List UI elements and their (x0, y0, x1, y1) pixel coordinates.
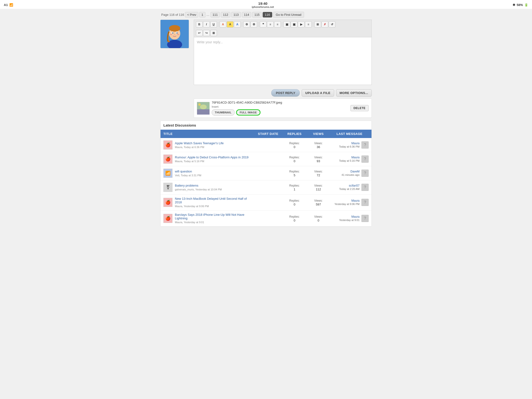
disc-views-label: Views: (314, 170, 323, 173)
disc-title-col: 🍎 Apple Watch Saves Teenager's Life Maur… (163, 140, 254, 150)
discussions-list: 🍎 Apple Watch Saves Teenager's Life Maur… (160, 138, 372, 227)
disc-text: Apple Watch Saves Teenager's Life Maura,… (175, 141, 224, 149)
toolbar-row2: ↩ ↪ ⊞ (194, 29, 372, 37)
avatar-column (160, 20, 191, 85)
remove-link-button[interactable]: ⚙ (250, 21, 257, 27)
page-116-button[interactable]: 116 (263, 12, 272, 18)
page-111-button[interactable]: 111 (210, 12, 220, 18)
remove-format-button[interactable]: ↺ (329, 21, 335, 27)
disc-replies-label: Replies: (289, 199, 299, 202)
font-color2-button[interactable]: A (234, 21, 241, 27)
svg-rect-15 (197, 109, 209, 114)
disc-replies-val: 0 (293, 159, 295, 163)
post-reply-button[interactable]: POST REPLY (271, 89, 300, 97)
disc-views-val: 72 (317, 173, 320, 177)
underline-button[interactable]: U (210, 21, 217, 27)
full-image-button[interactable]: FULL IMAGE (236, 109, 260, 115)
disc-title-link[interactable]: Apple Watch Saves Teenager's Life (175, 141, 224, 145)
disc-replies-label: Replies: (289, 142, 299, 145)
insert-table-button[interactable]: ⊞ (314, 21, 321, 27)
upload-file-button[interactable]: UPLOAD A FILE (302, 89, 334, 97)
disc-text: Rumour: Apple to Debut Cross-Platform Ap… (175, 155, 248, 163)
indent-button[interactable]: ≡ (305, 21, 312, 27)
blockquote-button[interactable]: ❝ (260, 21, 266, 27)
disc-last-user-link[interactable]: DaveM (342, 170, 360, 173)
insert-image-button[interactable]: ▣ (284, 21, 290, 27)
ordered-list-button[interactable]: ≡ (274, 21, 281, 27)
svg-point-11 (170, 34, 172, 35)
reply-text-area[interactable]: Write your reply... (194, 37, 372, 85)
status-bar: A1 📶 19:40 iphoneforums.net ✱ 58% 🔋 (0, 0, 532, 9)
disc-icon: 📶 (163, 169, 172, 178)
battery-icon: 🔋 (524, 3, 528, 7)
highlight-button[interactable]: A (227, 21, 234, 27)
disc-title-col: 📶 wifi question Vett, Today at 3:31 PM (163, 169, 254, 178)
disc-subtitle: Maura, Today at 6:36 PM (175, 146, 204, 149)
disc-replies-col: Replies: 0 (283, 199, 306, 206)
disc-last-user-link[interactable]: Maura (339, 156, 360, 159)
disc-title-link[interactable]: Rumour: Apple to Debut Cross-Platform Ap… (175, 155, 248, 159)
disc-last-message: scifan57 Today at 2:20 AM (339, 184, 360, 191)
disc-last-message: Maura Yesterday at 9:01 (339, 215, 360, 222)
disc-title-col: 🍎 Rumour: Apple to Debut Cross-Platform … (163, 155, 254, 164)
page-115-button[interactable]: 115 (252, 12, 262, 18)
editor-column: B I U A A A ⚙ ⚙ ❝ ≡ ≡ ▣ ▣ ▶ ≡ ⊞ (194, 20, 372, 85)
divider3 (258, 22, 259, 27)
discussion-row: 🍎 New 13-Inch MacBook Delayed Until Seco… (160, 195, 372, 210)
page-112-button[interactable]: 112 (221, 12, 230, 18)
discussion-row: 🍎 Barclays Says 2018 iPhone Line-Up Will… (160, 210, 372, 227)
disc-replies-col: Replies: 0 (283, 141, 306, 149)
prev-page-button[interactable]: < Prev (185, 12, 198, 18)
disc-replies-val: 0 (293, 145, 295, 149)
page-114-button[interactable]: 114 (242, 12, 251, 18)
disc-last-message: Maura Today at 5:16 PM (339, 156, 360, 162)
disc-title-col: 🍎 New 13-Inch MacBook Delayed Until Seco… (163, 197, 254, 208)
header-start-date: START DATE (254, 132, 283, 136)
disc-icon: 🍎 (163, 198, 172, 207)
disc-title-link[interactable]: Barclays Says 2018 iPhone Line-Up Will N… (175, 213, 254, 220)
delete-file-button[interactable]: DELETE (350, 105, 369, 111)
disc-subtitle: Vett, Today at 3:31 PM (175, 174, 201, 177)
disc-views-label: Views: (314, 184, 323, 187)
disc-last-user-avatar: ? (361, 155, 369, 163)
disc-last-user-link[interactable]: Maura (339, 215, 360, 218)
disc-replies-val: 0 (293, 203, 295, 206)
disc-last-user-link[interactable]: Maura (339, 142, 360, 145)
disc-last-time: 41 minutes ago (342, 173, 360, 176)
header-last-message: LAST MESSAGE (330, 132, 369, 136)
table3-button[interactable]: ⊞ (210, 30, 217, 36)
disc-last-user-link[interactable]: Maura (334, 199, 360, 202)
disc-title-link[interactable]: wifi question (175, 170, 201, 173)
thumbnail-button[interactable]: THUMBNAIL (212, 109, 235, 115)
disc-views-label: Views: (314, 142, 323, 145)
unordered-list-button[interactable]: ≡ (267, 21, 274, 27)
divider1 (218, 22, 218, 27)
disc-title-link[interactable]: Battery problems (175, 184, 222, 187)
bold-button[interactable]: B (196, 21, 203, 27)
svg-point-10 (177, 33, 177, 33)
page-113-button[interactable]: 113 (231, 12, 241, 18)
file-attachment-area: 76F814CD-3D71-454C-A90D-CB825824A77F.jpe… (194, 99, 372, 118)
disc-last-time: Yesterday at 9:06 PM (334, 203, 360, 205)
redo-button[interactable]: ↪ (203, 30, 210, 36)
italic-button[interactable]: I (203, 21, 210, 27)
bluetooth-icon: ✱ (513, 3, 515, 7)
insert-link-button[interactable]: ⚙ (243, 21, 250, 27)
status-bar-center: 19:40 iphoneforums.net (252, 1, 274, 8)
insert-media-button[interactable]: ▣ (291, 21, 297, 27)
page-1-button[interactable]: 1 (199, 12, 205, 18)
disc-replies-col: Replies: 5 (283, 169, 306, 177)
go-to-first-unread-button[interactable]: Go to First Unread (273, 12, 304, 18)
clear-format-button[interactable]: ✗ (322, 21, 328, 27)
disc-last-message-col: scifan57 Today at 2:20 AM ? (330, 184, 369, 191)
disc-views-col: Views: 597 (306, 199, 330, 206)
disc-last-user-link[interactable]: scifan57 (339, 184, 360, 187)
latest-discussions-section: Latest Discussions TITLE START DATE REPL… (160, 120, 372, 227)
discussion-row: ⚧ Battery problems galvenais_muris, Yest… (160, 180, 372, 195)
disc-views-val: 0 (317, 219, 319, 222)
align-button[interactable]: ▶ (298, 21, 304, 27)
undo-button[interactable]: ↩ (196, 30, 203, 36)
font-color-button[interactable]: A (220, 21, 226, 27)
more-options-button[interactable]: MORE OPTIONS... (336, 89, 372, 97)
disc-title-link[interactable]: New 13-Inch MacBook Delayed Until Second… (175, 197, 254, 204)
